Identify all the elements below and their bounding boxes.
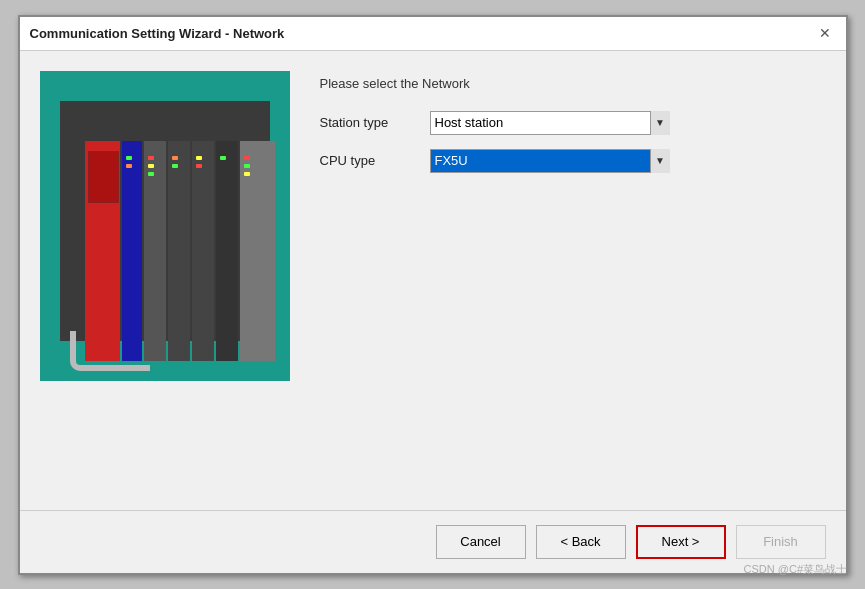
station-type-label: Station type (320, 115, 430, 130)
plc-module-5 (192, 141, 214, 361)
plc-cable (70, 331, 150, 371)
station-type-row: Station type Host station Remote Station… (320, 111, 826, 135)
prompt-text: Please select the Network (320, 76, 826, 91)
content-area: Please select the Network Station type H… (20, 51, 846, 510)
plc-module-1 (85, 141, 120, 361)
footer: Cancel < Back Next > Finish (20, 510, 846, 573)
plc-module-6 (216, 141, 238, 361)
cpu-type-wrapper: FX5U FX5UC FX3U FX3UC Q Series L Series … (430, 149, 670, 173)
back-button[interactable]: < Back (536, 525, 626, 559)
close-button[interactable]: ✕ (814, 22, 836, 44)
plc-rail (60, 101, 270, 341)
form-panel: Please select the Network Station type H… (320, 71, 826, 490)
finish-button[interactable]: Finish (736, 525, 826, 559)
plc-module-2 (122, 141, 142, 361)
title-bar: Communication Setting Wizard - Network ✕ (20, 17, 846, 51)
cpu-type-row: CPU type FX5U FX5UC FX3U FX3UC Q Series … (320, 149, 826, 173)
station-type-wrapper: Host station Remote Station Intelligent … (430, 111, 670, 135)
watermark: CSDN @C#菜鸟战士 (744, 562, 847, 577)
plc-module-3 (144, 141, 166, 361)
cancel-button[interactable]: Cancel (436, 525, 526, 559)
plc-module-7 (240, 141, 275, 361)
station-type-select[interactable]: Host station Remote Station Intelligent … (430, 111, 670, 135)
cpu-type-select[interactable]: FX5U FX5UC FX3U FX3UC Q Series L Series (430, 149, 670, 173)
plc-module-4 (168, 141, 190, 361)
plc-illustration (40, 71, 290, 381)
window-title: Communication Setting Wizard - Network (30, 26, 285, 41)
dialog-window: Communication Setting Wizard - Network ✕ (18, 15, 848, 575)
cpu-type-label: CPU type (320, 153, 430, 168)
next-button[interactable]: Next > (636, 525, 726, 559)
